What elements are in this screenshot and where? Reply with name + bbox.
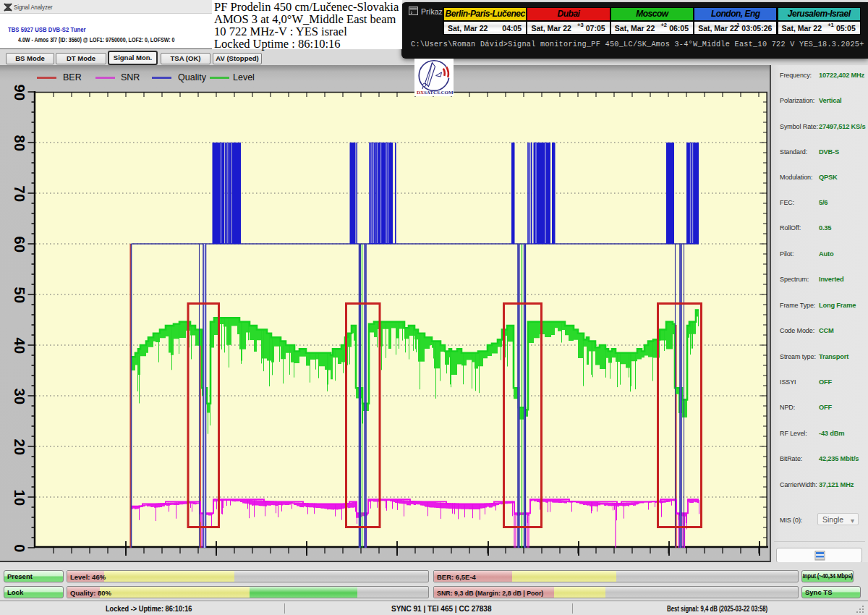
svg-text:DXSATCS.COM: DXSATCS.COM bbox=[417, 90, 454, 96]
